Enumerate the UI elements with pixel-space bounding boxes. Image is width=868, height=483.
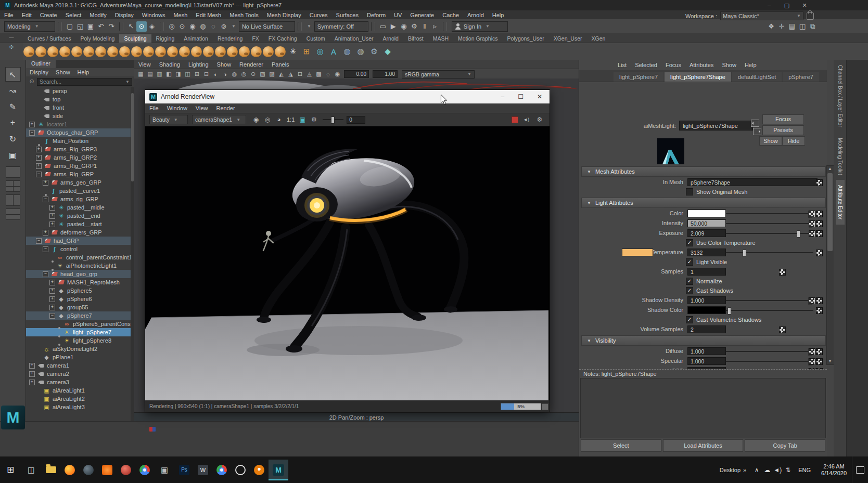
aov-dropdown[interactable]: Beauty ▼ — [149, 115, 188, 124]
outliner-item-pasted-curve1[interactable]: ∫pasted__curve1 — [26, 187, 131, 195]
sculpt-tool-10-icon[interactable] — [131, 46, 142, 57]
select-tool[interactable]: ↖ — [5, 67, 21, 82]
gamma-field[interactable]: 1.00 — [373, 70, 398, 78]
ae-menu-list[interactable]: List — [614, 61, 631, 69]
shelf-menu-icon[interactable]: — — [9, 35, 14, 40]
sign-in-dropdown[interactable]: Sign In ▼ — [452, 21, 508, 32]
viewport-icon-8[interactable]: ⊟ — [202, 70, 211, 79]
texture-map-icon[interactable] — [809, 358, 815, 365]
sculpt-tool-19-icon[interactable] — [239, 46, 250, 57]
value-field-exposure[interactable]: 2.009 — [687, 229, 726, 237]
shelf-tab-mash[interactable]: MASH — [428, 34, 453, 43]
paint-select-tool[interactable]: ✎ — [5, 99, 21, 114]
viewport-icon-11[interactable]: ◍ — [230, 70, 239, 79]
slider-specular[interactable] — [726, 361, 813, 362]
exposure-field[interactable]: 0.00 — [344, 70, 369, 78]
menu-display[interactable]: Display — [111, 11, 138, 19]
expander-icon[interactable]: + — [29, 371, 35, 377]
texture-map-icon[interactable] — [816, 348, 823, 355]
select-by-hierarchy-icon[interactable]: ↖ — [126, 21, 136, 32]
hide-button[interactable]: Hide — [782, 136, 805, 146]
volume-icon[interactable]: ◄) — [772, 466, 783, 474]
expander-icon[interactable]: + — [49, 288, 55, 294]
task-view-icon[interactable]: ◫ — [25, 464, 37, 476]
menu-help[interactable]: Help — [488, 11, 508, 19]
shelf-tab-motion-graphics[interactable]: Motion Graphics — [453, 34, 502, 43]
chrome-2-icon[interactable] — [216, 465, 227, 475]
menu-windows[interactable]: Windows — [138, 11, 170, 19]
arnold-logo-swatch[interactable] — [657, 138, 684, 164]
move-tool[interactable]: + — [5, 115, 21, 130]
render-sequence-icon[interactable]: ▹ — [430, 21, 440, 32]
expander-icon[interactable]: + — [49, 221, 55, 227]
shelf-tab-sculpting[interactable]: Sculpting — [119, 34, 151, 43]
bifrost-liquid-icon[interactable]: ◍ — [341, 45, 353, 58]
slider-color[interactable] — [726, 213, 813, 214]
sculpt-tool-20-icon[interactable] — [251, 46, 262, 57]
menu-uv[interactable]: UV — [390, 11, 406, 19]
outliner-item-arms-geo-grp[interactable]: +arms_geo_GRP — [26, 178, 131, 187]
viewport-icon-10[interactable]: ◑ — [221, 70, 229, 79]
texture-map-icon[interactable] — [779, 327, 786, 333]
expander-icon[interactable]: + — [49, 305, 55, 310]
sculpt-tool-2-icon[interactable] — [35, 46, 46, 57]
undo-icon[interactable]: ↶ — [96, 21, 106, 32]
outliner-item-control-parentconstraint1[interactable]: ∞control_parentConstraint1 — [26, 253, 131, 262]
scale-tool[interactable]: ▣ — [5, 148, 21, 162]
expander-icon[interactable]: + — [43, 180, 48, 186]
outliner-item-arms-rig-grp[interactable]: −arms_rig_GRP — [26, 195, 131, 203]
value-field-shadow-density[interactable]: 1.000 — [687, 296, 726, 304]
expander-icon[interactable]: + — [36, 163, 42, 169]
outliner-item-mash1-repromesh[interactable]: +MASH1_ReproMesh — [26, 278, 131, 286]
close-button[interactable]: ✕ — [801, 2, 808, 9]
show-button[interactable]: Show — [759, 136, 782, 146]
snap-to-grids-icon[interactable]: ◎ — [167, 21, 177, 32]
viewport-icon-19[interactable]: ◬ — [305, 70, 314, 79]
outliner-item-camera3[interactable]: +camera3 — [26, 378, 131, 386]
zoom-1to1-button[interactable]: 1:1 — [287, 116, 295, 123]
viewport-icon-18[interactable]: ⊡ — [296, 70, 304, 79]
sculpt-tool-5-icon[interactable] — [71, 46, 82, 57]
outliner-item-arms-rig-grp3[interactable]: +arms_Rig_GRP3 — [26, 145, 131, 153]
sculpt-tool-21-icon[interactable] — [263, 46, 274, 57]
arnold-render-icon[interactable]: ◎ — [314, 45, 326, 58]
menu-edit[interactable]: Edit — [18, 11, 36, 19]
open-scene-icon[interactable]: ◱ — [75, 21, 85, 32]
outliner-menu-show[interactable]: Show — [52, 69, 74, 75]
orange-app-icon[interactable] — [102, 465, 112, 475]
ae-menu-attributes[interactable]: Attributes — [685, 61, 718, 69]
expander-icon[interactable]: + — [29, 122, 35, 127]
chrome-icon[interactable] — [139, 465, 150, 475]
texture-map-icon[interactable] — [816, 307, 823, 314]
mesh-light-name-field[interactable]: light_pSphere7Shape — [679, 121, 753, 130]
firefox-icon[interactable] — [65, 465, 75, 475]
shelf-tab-bifrost[interactable]: Bifrost — [403, 34, 428, 43]
rotate-tool[interactable]: ↻ — [5, 132, 21, 146]
capture-tool-icon[interactable]: ▣ — [158, 464, 171, 476]
sculpt-tool-12-icon[interactable] — [155, 46, 166, 57]
outliner-item-pasted-start[interactable]: +✳pasted__start — [26, 220, 131, 228]
outliner-item-aiskydomelight2[interactable]: ☼aiSkyDomeLight2 — [26, 345, 131, 353]
expander-icon[interactable]: + — [49, 280, 55, 285]
outliner-item-light-psphere7[interactable]: ☀light_pSphere7 — [26, 328, 131, 336]
shelf-star-icon[interactable]: ✣ — [9, 44, 14, 50]
outliner-scrollbar[interactable] — [131, 87, 134, 421]
checkbox-normalize[interactable]: ✓ — [686, 278, 693, 285]
input-connection-icon[interactable] — [751, 120, 759, 127]
expander-icon[interactable]: + — [49, 296, 55, 302]
shelf-tab-polygons-user[interactable]: Polygons_User — [502, 34, 548, 43]
viewport-icon-12[interactable]: ◎ — [239, 70, 248, 79]
shelf-tab-rigging[interactable]: Rigging — [151, 34, 180, 43]
shelf-tab-fx[interactable]: FX — [247, 34, 263, 43]
network-icon[interactable]: ⇅ — [783, 466, 793, 474]
viewport-icon-21[interactable]: ◌ — [324, 70, 333, 79]
outliner-item-camera2[interactable]: +camera2 — [26, 370, 131, 378]
minimize-button[interactable]: – — [501, 93, 504, 100]
viewport-icon-15[interactable]: ▨ — [267, 70, 276, 79]
slider-exposure[interactable] — [726, 233, 813, 234]
slider-handle[interactable] — [743, 250, 746, 257]
bifrost-aero-icon[interactable]: ◍ — [354, 45, 367, 58]
snap-to-points-icon[interactable]: ◉ — [187, 21, 198, 32]
viewport-icon-22[interactable]: ◉ — [333, 70, 342, 79]
symmetry-dropdown[interactable]: Symmetry: Off — [314, 21, 368, 32]
